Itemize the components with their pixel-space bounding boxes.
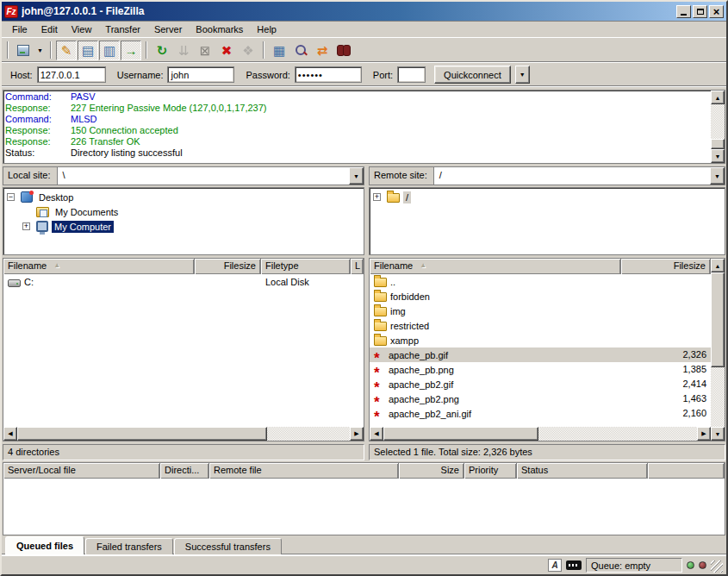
- scroll-up-icon[interactable]: ▲: [711, 259, 725, 272]
- file-row[interactable]: *apache_pb2.gif 2,414: [370, 377, 711, 391]
- log-vertical-scrollbar[interactable]: ▲ ▼: [711, 91, 725, 163]
- queue-tabs: Queued files Failed transfers Successful…: [2, 536, 726, 555]
- directory-comparison-button[interactable]: [290, 41, 311, 60]
- column-header-remote-file[interactable]: Remote file: [209, 463, 399, 479]
- folder-icon: [387, 193, 400, 203]
- queue-status-text: Queue: empty: [586, 558, 682, 573]
- synchronized-browsing-button[interactable]: ⇄: [312, 41, 333, 60]
- collapse-icon[interactable]: −: [7, 193, 15, 201]
- tab-failed-transfers[interactable]: Failed transfers: [85, 538, 173, 554]
- file-row-selected[interactable]: *apache_pb.gif 2,326: [370, 347, 711, 362]
- scroll-left-icon[interactable]: ◀: [3, 427, 17, 441]
- filter-button[interactable]: ▦: [269, 41, 289, 60]
- disconnect-button[interactable]: ✖: [216, 41, 237, 60]
- transfer-type-icon[interactable]: A: [548, 559, 562, 572]
- message-log-body: Command:PASV Response:227 Entering Passi…: [3, 91, 711, 163]
- scrollbar-thumb[interactable]: [711, 272, 725, 367]
- quickconnect-button[interactable]: Quickconnect: [434, 66, 511, 84]
- file-row[interactable]: ..: [370, 274, 711, 289]
- username-input[interactable]: [167, 66, 234, 83]
- remote-vertical-scrollbar[interactable]: ▲ ▼: [711, 259, 725, 441]
- remote-horizontal-scrollbar[interactable]: ◀ ▶: [370, 427, 711, 441]
- remote-site-bar: Remote site: / ▼: [369, 166, 725, 185]
- speed-limit-icon[interactable]: [566, 560, 582, 570]
- column-header-size[interactable]: Size: [399, 463, 464, 479]
- menu-transfer[interactable]: Transfer: [98, 22, 147, 36]
- tree-item-root[interactable]: + /: [373, 190, 725, 204]
- minimize-button[interactable]: [676, 5, 691, 18]
- cancel-icon: ⊠: [200, 44, 211, 57]
- tree-item-my-documents[interactable]: My Documents: [22, 204, 364, 219]
- find-files-button[interactable]: [333, 41, 354, 60]
- tab-successful-transfers[interactable]: Successful transfers: [174, 538, 282, 554]
- toolbar-separator: [146, 41, 147, 59]
- menu-help[interactable]: Help: [250, 22, 283, 36]
- site-manager-button[interactable]: [13, 41, 34, 60]
- tree-item-my-computer[interactable]: + My Computer: [22, 219, 364, 234]
- column-header-direction[interactable]: Directi...: [160, 463, 209, 479]
- menu-file[interactable]: File: [5, 22, 34, 36]
- menu-bookmarks[interactable]: Bookmarks: [189, 22, 250, 36]
- quickconnect-dropdown[interactable]: ▼: [515, 66, 530, 84]
- host-input[interactable]: [37, 66, 106, 83]
- maximize-button[interactable]: [693, 5, 707, 18]
- local-horizontal-scrollbar[interactable]: ◀ ▶: [3, 427, 364, 441]
- scrollbar-thumb[interactable]: [711, 139, 725, 149]
- column-header-filetype[interactable]: Filetype: [261, 259, 351, 274]
- scroll-right-icon[interactable]: ▶: [350, 427, 364, 441]
- scroll-right-icon[interactable]: ▶: [697, 427, 711, 441]
- reconnect-button[interactable]: ❖: [238, 41, 258, 60]
- port-input[interactable]: [397, 66, 426, 83]
- scrollbar-thumb[interactable]: [17, 427, 267, 441]
- local-site-dropdown[interactable]: ▼: [349, 167, 364, 185]
- column-header-status[interactable]: Status: [517, 463, 648, 479]
- expand-icon[interactable]: +: [373, 193, 381, 201]
- process-queue-button[interactable]: ⇊: [173, 41, 194, 60]
- image-file-icon: *: [374, 369, 386, 377]
- menu-view[interactable]: View: [65, 22, 99, 36]
- tab-queued-files[interactable]: Queued files: [5, 536, 84, 554]
- password-input[interactable]: [295, 66, 362, 83]
- scroll-down-icon[interactable]: ▼: [711, 427, 725, 441]
- file-row[interactable]: *apache_pb2.png 1,463: [370, 391, 711, 406]
- file-row-c-drive[interactable]: C: Local Disk: [3, 274, 364, 289]
- status-bar: A Queue: empty: [2, 555, 726, 574]
- tree-item-desktop[interactable]: − Desktop: [7, 190, 364, 204]
- scroll-left-icon[interactable]: ◀: [370, 427, 383, 441]
- cancel-operation-button[interactable]: ⊠: [195, 41, 215, 60]
- menu-server[interactable]: Server: [147, 22, 189, 36]
- refresh-button[interactable]: ↻: [152, 41, 172, 60]
- remote-site-path[interactable]: /: [434, 167, 710, 185]
- scrollbar-thumb[interactable]: [383, 427, 538, 441]
- file-row[interactable]: img: [370, 304, 711, 318]
- remote-site-dropdown[interactable]: ▼: [710, 167, 725, 185]
- transfer-queue: Server/Local file Directi... Remote file…: [3, 462, 725, 535]
- column-header-filesize[interactable]: Filesize: [621, 259, 711, 274]
- column-header-server-local-file[interactable]: Server/Local file: [3, 463, 160, 479]
- resize-grip[interactable]: [711, 560, 723, 573]
- queue-list-empty[interactable]: [3, 479, 725, 535]
- toggle-remote-tree-button[interactable]: ▥: [99, 41, 120, 60]
- file-row[interactable]: *apache_pb.png 1,385: [370, 362, 711, 377]
- column-header-priority[interactable]: Priority: [464, 463, 517, 479]
- close-button[interactable]: ×: [709, 5, 724, 18]
- scroll-down-icon[interactable]: ▼: [711, 149, 725, 163]
- column-header-filename[interactable]: Filename▲: [3, 259, 195, 274]
- file-row[interactable]: xampp: [370, 333, 711, 347]
- column-header-lastmodified[interactable]: L: [351, 259, 364, 274]
- column-header-filename[interactable]: Filename▲: [370, 259, 621, 274]
- site-manager-dropdown[interactable]: ▼: [34, 41, 46, 60]
- file-row[interactable]: forbidden: [370, 289, 711, 304]
- expand-icon[interactable]: +: [22, 222, 30, 230]
- scroll-up-icon[interactable]: ▲: [711, 91, 725, 104]
- column-header-filesize[interactable]: Filesize: [195, 259, 261, 274]
- menu-edit[interactable]: Edit: [34, 22, 65, 36]
- toggle-message-log-button[interactable]: ✎: [56, 41, 77, 60]
- file-row[interactable]: restricted: [370, 318, 711, 333]
- data-sent-led-icon: [687, 561, 694, 569]
- toggle-local-tree-button[interactable]: ▤: [78, 41, 98, 60]
- file-row[interactable]: *apache_pb2_ani.gif 2,160: [370, 406, 711, 421]
- toggle-queue-button[interactable]: →: [121, 41, 141, 60]
- local-site-path[interactable]: \: [58, 167, 349, 185]
- folder-icon: [374, 307, 387, 316]
